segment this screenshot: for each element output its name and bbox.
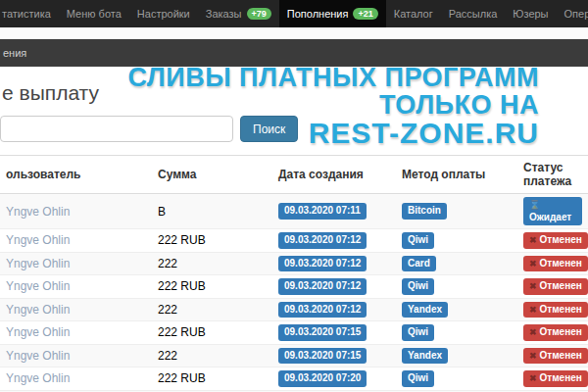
cross-icon: ✖ xyxy=(529,351,537,361)
cross-icon: ✖ xyxy=(529,305,537,315)
hourglass-icon: ⌛ xyxy=(529,200,540,210)
nav-item-8[interactable]: Юзеры xyxy=(505,0,556,27)
column-header: ользователь xyxy=(0,156,152,194)
nav-item-4[interactable]: Заказы+79 xyxy=(198,0,279,27)
user-link[interactable]: Yngve Ohlin xyxy=(6,279,70,293)
breadcrumb-label: ения xyxy=(3,47,26,59)
sum-cell: 222 xyxy=(152,252,272,275)
nav-item-label: Юзеры xyxy=(513,8,548,20)
nav-item-1[interactable]: татистика xyxy=(0,0,59,27)
cross-icon: ✖ xyxy=(529,235,537,245)
nav-item-9[interactable]: Операторы xyxy=(557,0,588,27)
table-header-row: ользовательСуммаДата созданияМетод оплат… xyxy=(0,156,588,194)
date-badge: 09.03.2020 07:15 xyxy=(278,348,367,365)
column-header: Сумма xyxy=(152,156,272,194)
table-row: Yngve OhlinВ09.03.2020 07:11Bitcoin⌛Ожид… xyxy=(0,194,588,229)
user-link[interactable]: Yngve Ohlin xyxy=(6,349,70,363)
payment-method-badge: Qiwi xyxy=(402,232,434,249)
date-badge: 09.03.2020 07:11 xyxy=(278,203,367,220)
status-badge: ✖Отменен xyxy=(523,232,588,249)
sum-cell: В xyxy=(152,194,272,229)
payment-method-badge: Qiwi xyxy=(402,370,434,387)
nav-item-label: Меню бота xyxy=(67,8,122,20)
sum-cell: 222 RUB xyxy=(152,368,272,391)
column-header: Метод оплаты xyxy=(396,156,517,194)
search-row: Поиск xyxy=(0,116,588,142)
page-title: е выплату xyxy=(2,81,588,105)
nav-item-7[interactable]: Рассылка xyxy=(441,0,506,27)
user-link[interactable]: Yngve Ohlin xyxy=(6,257,70,270)
nav-item-5[interactable]: Пополнения+21 xyxy=(279,0,386,27)
status-badge: ✖Отменен xyxy=(523,370,588,387)
date-badge: 09.03.2020 07:12 xyxy=(278,302,367,318)
nav-item-label: Заказы xyxy=(206,8,242,20)
cross-icon: ✖ xyxy=(529,373,537,383)
status-badge: ✖Отменен xyxy=(523,348,588,365)
search-button[interactable]: Поиск xyxy=(240,116,298,142)
status-badge: ✖Отменен xyxy=(523,278,588,295)
sum-cell: 222 xyxy=(152,298,272,321)
sum-cell: 222 xyxy=(152,344,272,368)
user-link[interactable]: Yngve Ohlin xyxy=(6,233,70,247)
table-row: Yngve Ohlin22209.03.2020 07:15Yandex✖Отм… xyxy=(0,344,588,368)
payment-method-badge: Qiwi xyxy=(402,324,434,341)
content-area: е выплату Поиск ользовательСуммаДата соз… xyxy=(0,81,588,392)
user-link[interactable]: Yngve Ohlin xyxy=(6,303,70,317)
nav-item-label: Рассылка xyxy=(449,8,498,20)
navbar-items: татистикаМеню ботаНастройкиЗаказы+79Попо… xyxy=(0,0,588,27)
table-row: Yngve Ohlin222 RUB09.03.2020 07:12Qiwi✖О… xyxy=(0,229,588,253)
top-navbar: татистикаМеню ботаНастройкиЗаказы+79Попо… xyxy=(0,0,588,27)
nav-item-label: Пополнения xyxy=(287,8,349,20)
payment-method-badge: Card xyxy=(402,256,436,272)
nav-item-label: Операторы xyxy=(564,8,588,20)
table-row: Yngve Ohlin222 RUB09.03.2020 07:15Qiwi✖О… xyxy=(0,321,588,345)
table-row: Yngve Ohlin22209.03.2020 07:12Yandex✖Отм… xyxy=(0,298,588,321)
breadcrumb: ения xyxy=(0,39,588,67)
search-input[interactable] xyxy=(0,116,233,142)
page-gap-strip xyxy=(0,27,588,39)
nav-count-badge: +21 xyxy=(353,8,377,21)
nav-item-label: Настройки xyxy=(137,8,190,20)
user-link[interactable]: Yngve Ohlin xyxy=(6,205,70,219)
payment-method-badge: Yandex xyxy=(402,302,448,318)
date-badge: 09.03.2020 07:15 xyxy=(278,324,367,341)
nav-item-label: Каталог xyxy=(394,8,433,20)
table-row: Yngve Ohlin222 RUB09.03.2020 07:20Qiwi✖О… xyxy=(0,368,588,391)
user-link[interactable]: Yngve Ohlin xyxy=(6,325,70,339)
status-badge: ✖Отменен xyxy=(523,256,588,272)
nav-count-badge: +79 xyxy=(247,8,271,21)
nav-item-3[interactable]: Настройки xyxy=(129,0,198,27)
column-header: Статус платежа xyxy=(517,156,588,194)
status-badge: ✖Отменен xyxy=(523,324,588,341)
user-link[interactable]: Yngve Ohlin xyxy=(6,371,70,385)
cross-icon: ✖ xyxy=(529,259,537,269)
status-badge: ✖Отменен xyxy=(523,302,588,318)
date-badge: 09.03.2020 07:12 xyxy=(278,256,367,272)
sum-cell: 222 RUB xyxy=(152,229,272,253)
nav-item-label: татистика xyxy=(2,8,51,20)
column-header: Дата создания xyxy=(272,156,396,194)
table-row: Yngve Ohlin222 RUB09.03.2020 07:12Qiwi✖О… xyxy=(0,275,588,299)
payment-method-badge: Bitcoin xyxy=(402,203,447,220)
nav-item-6[interactable]: Каталог xyxy=(386,0,441,27)
payments-admin-page: татистикаМеню ботаНастройкиЗаказы+79Попо… xyxy=(0,0,588,392)
nav-item-2[interactable]: Меню бота xyxy=(59,0,129,27)
status-badge: ⌛Ожидает xyxy=(523,197,582,225)
date-badge: 09.03.2020 07:12 xyxy=(278,278,367,295)
table-row: Yngve Ohlin22209.03.2020 07:12Card✖Отмен… xyxy=(0,252,588,275)
cross-icon: ✖ xyxy=(529,327,537,337)
sum-cell: 222 RUB xyxy=(152,321,272,345)
date-badge: 09.03.2020 07:20 xyxy=(278,370,367,387)
sum-cell: 222 RUB xyxy=(152,275,272,299)
payments-table: ользовательСуммаДата созданияМетод оплат… xyxy=(0,155,588,392)
payment-method-badge: Qiwi xyxy=(402,278,434,295)
payment-method-badge: Yandex xyxy=(402,348,448,365)
date-badge: 09.03.2020 07:12 xyxy=(278,232,367,249)
cross-icon: ✖ xyxy=(529,281,537,291)
